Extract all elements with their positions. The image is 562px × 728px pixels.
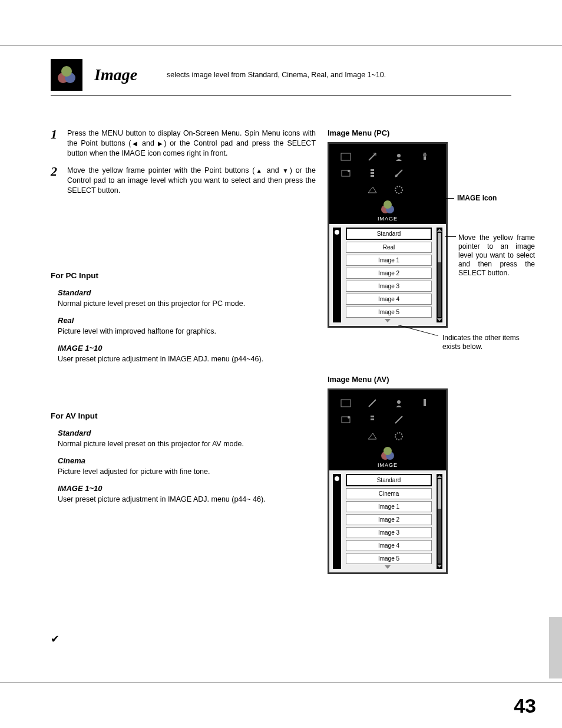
osd-menu-pc: IMAGE StandardRealImage 1Image 2Image 3I… [328, 142, 448, 328]
osd-selected-icon: IMAGE [333, 446, 442, 468]
menu-icon [359, 396, 386, 411]
callout-image-icon: IMAGE icon [457, 194, 497, 203]
osd-list-item[interactable]: Image 1 [346, 501, 432, 512]
menu-icon [385, 396, 412, 411]
menu-icon [333, 412, 359, 427]
menu-icon [359, 429, 386, 444]
osd-selected-icon: IMAGE [333, 199, 442, 222]
osd-list-item[interactable]: Image 3 [346, 527, 432, 538]
osd-icon-row [333, 149, 442, 198]
svg-rect-23 [371, 419, 374, 420]
menu-icon [385, 149, 412, 164]
osd-list-item[interactable]: Image 2 [346, 514, 432, 525]
osd-list-item[interactable]: Image 4 [346, 294, 432, 305]
image-menu-pc-title: Image Menu (PC) [328, 129, 562, 137]
menu-icon [385, 429, 412, 444]
menu-icon [385, 182, 412, 197]
menu-icon [412, 396, 438, 411]
point-right-icon: ▶ [158, 140, 164, 147]
osd-list-item[interactable]: Image 4 [346, 540, 432, 551]
av-item-cinema: Cinema Picture level adjusted for pictur… [58, 456, 316, 476]
point-left-icon: ◀ [131, 140, 139, 147]
svg-rect-17 [341, 400, 351, 407]
section-tab [549, 617, 562, 678]
svg-rect-10 [371, 172, 374, 174]
osd-icon-row [333, 395, 442, 444]
osd-list-item[interactable]: Image 5 [346, 553, 432, 564]
av-item-standard: Standard Normal picture level preset on … [58, 429, 316, 448]
menu-icon [412, 166, 438, 181]
svg-point-4 [397, 154, 401, 157]
svg-point-13 [395, 186, 402, 193]
osd-list-item[interactable]: Standard [346, 228, 432, 240]
menu-icon [333, 396, 359, 411]
menu-icon [333, 149, 359, 164]
scroll-up-icon[interactable] [437, 475, 442, 478]
checkmark-icon: ✔ [51, 633, 59, 645]
menu-icon [359, 149, 386, 164]
osd-scrollbar[interactable] [437, 474, 442, 569]
step-number: 1 [51, 129, 67, 159]
menu-icon [333, 182, 359, 197]
av-input-heading: For AV Input [51, 411, 316, 420]
menu-icon [412, 149, 438, 164]
osd-label: IMAGE [378, 216, 398, 222]
point-down-icon: ▼ [282, 167, 289, 174]
page-header: Image selects image level from Standard,… [51, 59, 511, 96]
menu-icon [359, 412, 386, 427]
svg-point-24 [395, 433, 402, 440]
callout-move-pointer: Move the yellow frame pointer to an imag… [458, 233, 535, 278]
svg-point-27 [384, 447, 392, 455]
osd-list-item[interactable]: Real [346, 242, 432, 253]
menu-icon [385, 412, 412, 427]
svg-point-16 [384, 200, 392, 209]
image-section-icon [51, 59, 82, 91]
scroll-down-icon[interactable] [437, 318, 442, 321]
more-items-indicator [333, 565, 442, 569]
osd-radio-column [333, 228, 341, 322]
svg-point-2 [61, 66, 72, 77]
section-title: Image [94, 65, 137, 84]
pc-item-standard: Standard Normal picture level preset on … [58, 288, 316, 308]
osd-list-item[interactable]: Image 5 [346, 307, 432, 318]
svg-point-12 [395, 174, 398, 177]
menu-icon [359, 166, 386, 181]
pc-item-image-preset: IMAGE 1~10 User preset picture adjustmen… [58, 344, 316, 363]
svg-point-6 [423, 153, 427, 157]
more-items-indicator [333, 319, 442, 322]
svg-point-18 [397, 400, 401, 404]
osd-menu-av: IMAGE StandardCinemaImage 1Image 2Image … [328, 388, 448, 574]
menu-icon [385, 166, 412, 181]
osd-radio-column [333, 474, 341, 569]
step-number: 2 [51, 166, 67, 196]
osd-list-item[interactable]: Standard [346, 474, 432, 486]
menu-icon [412, 412, 438, 427]
pc-item-real: Real Picture level with improved halfton… [58, 316, 316, 335]
image-menu-av-title: Image Menu (AV) [328, 375, 562, 384]
svg-point-8 [348, 170, 350, 172]
osd-list-item[interactable]: Image 1 [346, 255, 432, 266]
section-subtitle: selects image level from Standard, Cinem… [167, 71, 386, 79]
svg-rect-11 [371, 175, 374, 177]
scroll-down-icon[interactable] [437, 565, 442, 568]
osd-list-item[interactable]: Image 3 [346, 281, 432, 292]
page-number: 43 [514, 694, 536, 717]
menu-icon [359, 182, 386, 197]
osd-scrollbar[interactable] [437, 228, 442, 322]
svg-rect-9 [371, 169, 374, 171]
step-text: Press the MENU button to display On-Scre… [67, 129, 316, 159]
menu-icon [333, 429, 359, 444]
svg-point-21 [348, 416, 350, 419]
svg-rect-3 [341, 153, 351, 160]
scroll-up-icon[interactable] [437, 229, 442, 232]
step-text: Move the yellow frame pointer with the P… [67, 166, 316, 196]
point-up-icon: ▲ [254, 167, 263, 174]
svg-rect-19 [424, 399, 426, 406]
av-item-image-preset: IMAGE 1~10 User preset picture adjustmen… [58, 484, 316, 503]
osd-list-item[interactable]: Cinema [346, 488, 432, 499]
osd-list-item[interactable]: Image 2 [346, 268, 432, 279]
menu-icon [333, 166, 359, 181]
step-1: 1 Press the MENU button to display On-Sc… [51, 129, 316, 159]
svg-rect-22 [371, 416, 374, 417]
step-2: 2 Move the yellow frame pointer with the… [51, 166, 316, 196]
